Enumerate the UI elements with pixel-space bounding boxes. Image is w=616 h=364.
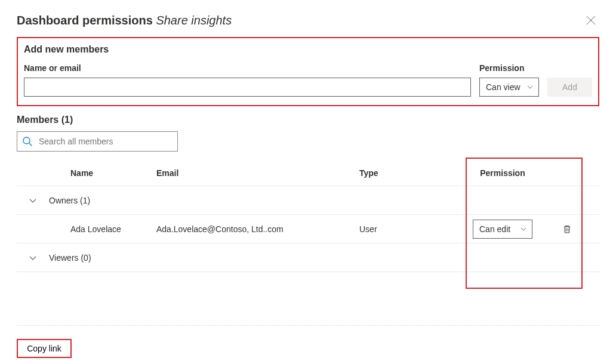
permission-select-value: Can view: [486, 82, 520, 92]
group-row-viewers[interactable]: Viewers (0): [17, 243, 599, 272]
expand-viewers[interactable]: [19, 254, 47, 262]
row-permission-select[interactable]: Can edit: [473, 220, 532, 239]
copy-link-button[interactable]: Copy link: [17, 339, 72, 358]
cell-type: User: [359, 224, 443, 234]
name-email-label: Name or email: [24, 63, 471, 73]
dialog-footer: Copy link: [17, 325, 599, 358]
chevron-down-icon: [520, 226, 527, 233]
permission-field: Permission Can view: [479, 63, 539, 97]
group-owners-label: Owners (1): [47, 196, 90, 205]
name-email-field: Name or email: [24, 63, 471, 97]
delete-button[interactable]: [562, 224, 586, 234]
group-row-owners[interactable]: Owners (1): [17, 186, 599, 215]
search-icon: [22, 136, 33, 147]
row-permission-value: Can edit: [479, 224, 510, 234]
members-search-input[interactable]: [39, 137, 173, 146]
permission-select[interactable]: Can view: [479, 78, 539, 97]
name-email-input[interactable]: [24, 78, 471, 97]
close-button[interactable]: [583, 12, 599, 29]
members-table: Name Email Type Permission Owners (1) Ad…: [17, 160, 599, 272]
expand-owners[interactable]: [19, 196, 47, 205]
svg-point-0: [23, 137, 30, 144]
cell-action: [562, 224, 586, 234]
add-button[interactable]: Add: [547, 78, 592, 97]
members-heading: Members (1): [17, 115, 599, 125]
table-row: Ada Lovelace Ada.Lovelace@Contoso, Ltd..…: [17, 215, 599, 243]
close-icon: [586, 16, 596, 25]
col-header-permission: Permission: [443, 168, 562, 178]
trash-icon: [562, 224, 572, 234]
col-header-type: Type: [359, 168, 443, 178]
group-viewers-label: Viewers (0): [47, 253, 91, 263]
svg-line-1: [29, 143, 32, 146]
cell-permission: Can edit: [443, 220, 562, 239]
table-header-row: Name Email Type Permission: [17, 160, 599, 186]
cell-name: Ada Lovelace: [19, 224, 156, 234]
cell-email: Ada.Lovelace@Contoso, Ltd..com: [156, 224, 359, 234]
add-members-heading: Add new members: [24, 44, 592, 55]
col-header-email: Email: [156, 168, 359, 178]
col-header-name: Name: [19, 168, 156, 178]
chevron-down-icon: [29, 196, 37, 205]
title-name: Share insights: [156, 14, 232, 27]
permission-label: Permission: [479, 63, 539, 73]
add-members-section: Add new members Name or email Permission…: [17, 37, 599, 106]
chevron-down-icon: [29, 254, 37, 262]
title-prefix: Dashboard permissions: [17, 14, 156, 27]
dialog-title: Dashboard permissions Share insights: [17, 14, 232, 27]
chevron-down-icon: [526, 84, 534, 91]
dialog-header: Dashboard permissions Share insights: [17, 12, 599, 29]
members-search[interactable]: [17, 131, 178, 152]
